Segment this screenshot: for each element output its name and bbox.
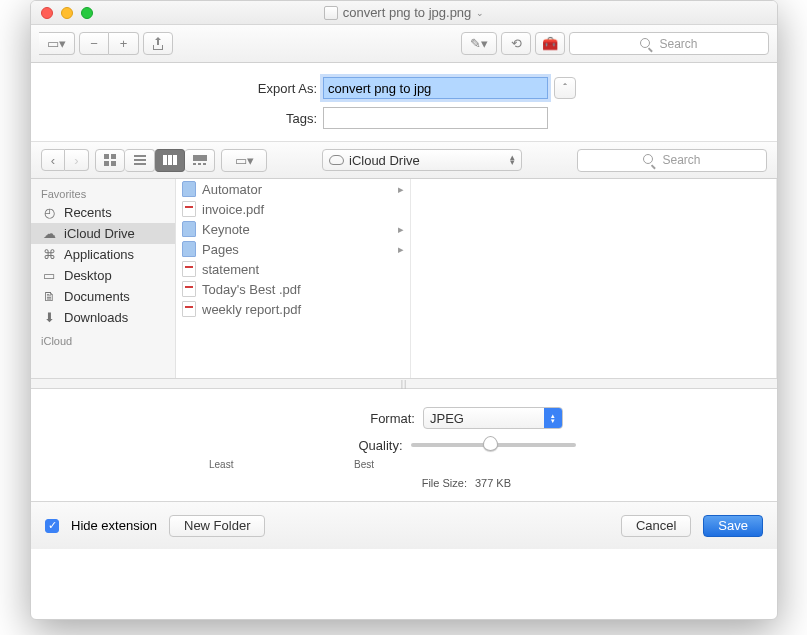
file-row[interactable]: Today's Best .pdf bbox=[176, 279, 410, 299]
back-button[interactable]: ‹ bbox=[41, 149, 65, 171]
window-title: convert png to jpg.png bbox=[343, 5, 472, 20]
format-label: Format: bbox=[245, 411, 415, 426]
chevron-right-icon: ▸ bbox=[398, 243, 404, 256]
pdf-icon bbox=[182, 201, 196, 217]
svg-rect-9 bbox=[173, 155, 177, 165]
cancel-button[interactable]: Cancel bbox=[621, 515, 691, 537]
chevron-right-icon: ▸ bbox=[398, 223, 404, 236]
sidebar-item-downloads[interactable]: ⬇Downloads bbox=[31, 307, 175, 328]
desktop-icon: ▭ bbox=[41, 269, 57, 283]
export-as-label: Export As: bbox=[232, 81, 317, 96]
format-value: JPEG bbox=[430, 411, 464, 426]
file-row[interactable]: Pages▸ bbox=[176, 239, 410, 259]
rotate-button[interactable]: ⟲ bbox=[501, 32, 531, 55]
svg-rect-6 bbox=[134, 163, 146, 165]
file-row[interactable]: statement bbox=[176, 259, 410, 279]
toolbar-search-placeholder: Search bbox=[659, 37, 697, 51]
hide-extension-checkbox[interactable]: ✓ bbox=[45, 519, 59, 533]
folder-icon bbox=[182, 221, 196, 237]
window-controls bbox=[41, 7, 93, 19]
svg-rect-7 bbox=[163, 155, 167, 165]
gallery-view-button[interactable] bbox=[185, 149, 215, 172]
svg-rect-10 bbox=[193, 155, 207, 161]
browser-search[interactable]: Search bbox=[577, 149, 767, 172]
toolbox-button[interactable]: 🧰 bbox=[535, 32, 565, 55]
pdf-icon bbox=[182, 301, 196, 317]
close-window-button[interactable] bbox=[41, 7, 53, 19]
search-icon bbox=[640, 37, 655, 51]
column-view-button[interactable] bbox=[155, 149, 185, 172]
filesize-label: File Size: bbox=[297, 477, 467, 489]
sidebar-item-applications[interactable]: ⌘Applications bbox=[31, 244, 175, 265]
new-folder-button[interactable]: New Folder bbox=[169, 515, 265, 537]
quality-best-label: Best bbox=[354, 459, 374, 470]
file-browser-bar: ‹ › ▭▾ iCloud Drive ▴▾ Search bbox=[31, 141, 777, 179]
file-browser: Favorites ◴Recents☁iCloud Drive⌘Applicat… bbox=[31, 179, 777, 379]
sidebar-item-desktop[interactable]: ▭Desktop bbox=[31, 265, 175, 286]
tags-label: Tags: bbox=[232, 111, 317, 126]
export-as-row: Export As: ˆ bbox=[31, 63, 777, 103]
sidebar: Favorites ◴Recents☁iCloud Drive⌘Applicat… bbox=[31, 179, 176, 378]
column-2[interactable] bbox=[411, 179, 777, 378]
search-icon bbox=[643, 153, 658, 167]
titlebar: convert png to jpg.png ⌄ bbox=[31, 1, 777, 25]
zoom-out-button[interactable]: − bbox=[79, 32, 109, 55]
sidebar-item-icloud-drive[interactable]: ☁iCloud Drive bbox=[31, 223, 175, 244]
clock-icon: ◴ bbox=[41, 206, 57, 220]
sidebar-section-favorites: Favorites bbox=[31, 185, 175, 202]
popup-arrows-icon: ▴▾ bbox=[544, 408, 562, 428]
format-options: Format: JPEG ▴▾ Quality: Least Best File… bbox=[31, 389, 777, 501]
svg-rect-1 bbox=[111, 154, 116, 159]
share-button[interactable] bbox=[143, 32, 173, 55]
sidebar-toggle-button[interactable]: ▭▾ bbox=[39, 32, 75, 55]
folder-icon bbox=[182, 181, 196, 197]
icon-view-button[interactable] bbox=[95, 149, 125, 172]
title-dropdown-icon[interactable]: ⌄ bbox=[476, 8, 484, 18]
toolbar-search[interactable]: Search bbox=[569, 32, 769, 55]
group-by-button[interactable]: ▭▾ bbox=[221, 149, 267, 172]
zoom-in-button[interactable]: + bbox=[109, 32, 139, 55]
cloud-icon: ☁ bbox=[41, 227, 57, 241]
pdf-icon bbox=[182, 261, 196, 277]
quality-slider[interactable] bbox=[411, 436, 576, 454]
svg-rect-8 bbox=[168, 155, 172, 165]
doc-icon: 🗎 bbox=[41, 290, 57, 304]
bottom-bar: ✓ Hide extension New Folder Cancel Save bbox=[31, 501, 777, 549]
location-popup[interactable]: iCloud Drive ▴▾ bbox=[322, 149, 522, 171]
location-label: iCloud Drive bbox=[349, 153, 420, 168]
export-filename-input[interactable] bbox=[323, 77, 548, 99]
markup-button[interactable]: ✎▾ bbox=[461, 32, 497, 55]
file-row[interactable]: weekly report.pdf bbox=[176, 299, 410, 319]
format-popup[interactable]: JPEG ▴▾ bbox=[423, 407, 563, 429]
forward-button[interactable]: › bbox=[65, 149, 89, 171]
minimize-window-button[interactable] bbox=[61, 7, 73, 19]
sidebar-item-recents[interactable]: ◴Recents bbox=[31, 202, 175, 223]
export-dialog-window: convert png to jpg.png ⌄ ▭▾ − + ✎▾ ⟲ 🧰 S… bbox=[30, 0, 778, 620]
download-icon: ⬇ bbox=[41, 311, 57, 325]
file-row[interactable]: invoice.pdf bbox=[176, 199, 410, 219]
svg-rect-11 bbox=[193, 163, 196, 165]
slider-thumb[interactable] bbox=[483, 436, 498, 451]
collapse-expand-button[interactable]: ˆ bbox=[554, 77, 576, 99]
svg-rect-12 bbox=[198, 163, 201, 165]
svg-rect-5 bbox=[134, 159, 146, 161]
document-proxy-icon bbox=[324, 6, 338, 20]
svg-rect-0 bbox=[104, 154, 109, 159]
list-view-button[interactable] bbox=[125, 149, 155, 172]
sidebar-section-icloud: iCloud bbox=[31, 332, 175, 349]
svg-rect-3 bbox=[111, 161, 116, 166]
hide-extension-label[interactable]: Hide extension bbox=[71, 518, 157, 533]
save-button[interactable]: Save bbox=[703, 515, 763, 537]
browser-search-placeholder: Search bbox=[662, 153, 700, 167]
popup-arrows-icon: ▴▾ bbox=[510, 155, 515, 165]
folder-icon bbox=[182, 241, 196, 257]
zoom-window-button[interactable] bbox=[81, 7, 93, 19]
svg-rect-2 bbox=[104, 161, 109, 166]
file-row[interactable]: Keynote▸ bbox=[176, 219, 410, 239]
resize-handle[interactable]: || bbox=[31, 379, 777, 389]
tags-input[interactable] bbox=[323, 107, 548, 129]
quality-least-label: Least bbox=[209, 459, 233, 470]
sidebar-item-documents[interactable]: 🗎Documents bbox=[31, 286, 175, 307]
file-row[interactable]: Automator▸ bbox=[176, 179, 410, 199]
column-1[interactable]: Automator▸invoice.pdfKeynote▸Pages▸state… bbox=[176, 179, 411, 378]
